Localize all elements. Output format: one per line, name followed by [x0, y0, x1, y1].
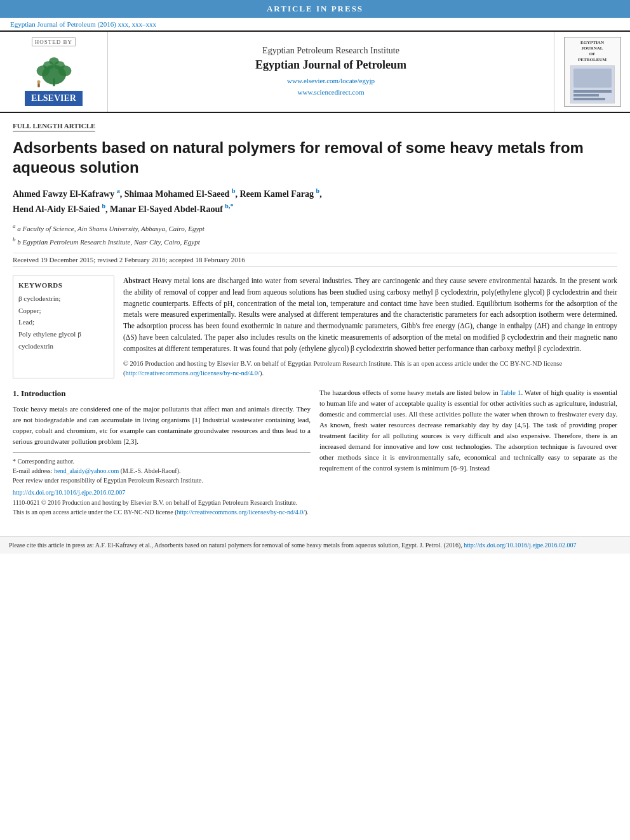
- keyword-1: β cyclodextrin;: [18, 293, 109, 305]
- svg-rect-13: [573, 98, 605, 100]
- footnote-corresponding: * Corresponding author.: [13, 457, 311, 466]
- header-center: Egyptian Petroleum Research Institute Eg…: [108, 32, 554, 112]
- intro-text-col1: Toxic heavy metals are considered one of…: [13, 404, 311, 447]
- article-title: Adsorbents based on natural polymers for…: [13, 138, 617, 177]
- keywords-header: KEYWORDS: [18, 281, 109, 289]
- svg-rect-10: [573, 69, 612, 88]
- intro-section: 1. Introduction Toxic heavy metals are c…: [13, 387, 617, 517]
- svg-point-7: [37, 80, 40, 83]
- journal-cover-image: [570, 65, 615, 103]
- authors: Ahmed Fawzy El-Kafrawy a, Shimaa Mohamed…: [13, 186, 617, 217]
- footnote-section: * Corresponding author. E-mail address: …: [13, 452, 311, 485]
- bottom-copyright: 1110-0621 © 2016 Production and hosting …: [13, 498, 311, 507]
- affiliation-b: b b Egyptian Petroleum Research Institut…: [13, 235, 617, 248]
- journal-cover-title: EGYPTIAN JOURNAL OF PETROLEUM: [578, 40, 607, 63]
- journal-url2[interactable]: www.sciencedirect.com: [287, 87, 375, 98]
- journal-ref-line: Egyptian Journal of Petroleum (2016) xxx…: [0, 18, 630, 30]
- abstract-col: Abstract Heavy metal ions are discharged…: [123, 276, 617, 378]
- intro-right-col: The hazardous effects of some heavy meta…: [319, 387, 617, 517]
- header-left: HOSTED BY ELSEVIER: [0, 32, 108, 112]
- footnote-email: E-mail address: hend_alaidy@yahoo.com (M…: [13, 466, 311, 476]
- journal-url1[interactable]: www.elsevier.com/locate/egyjp: [287, 76, 375, 87]
- journal-cover-box: EGYPTIAN JOURNAL OF PETROLEUM: [564, 37, 621, 107]
- keyword-3: Lead;: [18, 316, 109, 328]
- journal-name: Egyptian Journal of Petroleum: [255, 58, 406, 72]
- intro-heading: 1. Introduction: [13, 387, 311, 400]
- keywords-list: β cyclodextrin; Copper; Lead; Poly ethyl…: [18, 293, 109, 352]
- article-in-press-banner: ARTICLE IN PRESS: [0, 0, 630, 18]
- citation-footer: Please cite this article in press as: A.…: [0, 536, 630, 554]
- elsevier-logo: ELSEVIER: [25, 91, 83, 106]
- dates-line: Received 19 December 2015; revised 2 Feb…: [13, 253, 617, 267]
- hosted-by-label: HOSTED BY: [32, 37, 76, 46]
- intro-text-col2: The hazardous effects of some heavy meta…: [319, 387, 617, 474]
- citation-doi-link[interactable]: http://dx.doi.org/10.1016/j.ejpe.2016.02…: [464, 542, 576, 549]
- journal-institute: Egyptian Petroleum Research Institute: [262, 46, 399, 56]
- bottom-link[interactable]: http://creativecommons.org/licenses/by-n…: [177, 509, 305, 516]
- copyright-link[interactable]: http://creativecommons.org/licenses/by-n…: [126, 370, 260, 377]
- email-link[interactable]: hend_alaidy@yahoo.com: [54, 467, 119, 474]
- affiliations: a a Faculty of Science, Ain Shams Univer…: [13, 222, 617, 248]
- bottom-open-access: This is an open access article under the…: [13, 507, 311, 517]
- affiliation-a: a a Faculty of Science, Ain Shams Univer…: [13, 222, 617, 234]
- journal-urls: www.elsevier.com/locate/egyjp www.scienc…: [287, 76, 375, 98]
- svg-rect-8: [37, 83, 39, 87]
- article-type-label: FULL LENGTH ARTICLE: [13, 122, 95, 131]
- intro-left-col: 1. Introduction Toxic heavy metals are c…: [13, 387, 311, 517]
- svg-rect-11: [573, 90, 612, 93]
- keywords-abstract-section: KEYWORDS β cyclodextrin; Copper; Lead; P…: [13, 276, 617, 378]
- svg-rect-12: [573, 94, 599, 97]
- abstract-label: Abstract: [123, 277, 151, 284]
- footnote-peer: Peer review under responsibility of Egyp…: [13, 476, 311, 485]
- abstract-body: Heavy metal ions are discharged into wat…: [123, 277, 617, 352]
- keywords-col: KEYWORDS β cyclodextrin; Copper; Lead; P…: [13, 276, 114, 378]
- table-1-ref[interactable]: Table 1: [500, 389, 521, 396]
- keyword-4: Poly ethylene glycol β cyclodextrin: [18, 328, 109, 352]
- doi-line[interactable]: http://dx.doi.org/10.1016/j.ejpe.2016.02…: [13, 488, 311, 498]
- journal-header: HOSTED BY ELSEVIER Egyptian Petroleum Re…: [0, 30, 630, 113]
- keyword-2: Copper;: [18, 305, 109, 317]
- article-body: FULL LENGTH ARTICLE Adsorbents based on …: [0, 113, 630, 531]
- header-right: EGYPTIAN JOURNAL OF PETROLEUM: [554, 32, 630, 112]
- svg-point-6: [49, 57, 58, 65]
- abstract-text: Abstract Heavy metal ions are discharged…: [123, 276, 617, 355]
- abstract-copyright: © 2016 Production and hosting by Elsevie…: [123, 359, 617, 379]
- elsevier-tree-logo: [22, 50, 86, 88]
